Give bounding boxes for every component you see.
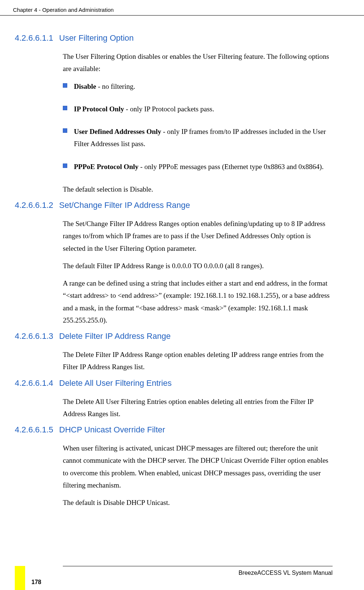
section-title: DHCP Unicast Override Filter xyxy=(59,425,165,435)
section-heading: 4.2.6.6.1.3 Delete Filter IP Address Ran… xyxy=(15,331,333,341)
section-heading: 4.2.6.6.1.4 Delete All User Filtering En… xyxy=(15,378,333,388)
body-paragraph: The default Filter IP Address Range is 0… xyxy=(63,260,333,272)
section-number: 4.2.6.6.1.2 xyxy=(15,200,59,210)
list-item: Disable - no filtering. xyxy=(63,80,333,92)
section-number: 4.2.6.6.1.4 xyxy=(15,378,59,388)
bullet-icon xyxy=(63,83,67,88)
list-item: User Defined Addresses Only - only IP fr… xyxy=(63,125,333,150)
section-title: User Filtering Option xyxy=(59,33,134,43)
page-footer: BreezeACCESS VL System Manual 178 xyxy=(0,566,364,590)
bullet-bold: User Defined Addresses Only xyxy=(74,128,161,135)
bullet-text: Disable - no filtering. xyxy=(74,80,333,92)
list-item: IP Protocol Only - only IP Protocol pack… xyxy=(63,103,333,115)
body-paragraph: When user filtering is activated, unicas… xyxy=(63,442,333,491)
body-paragraph: The Set/Change Filter IP Address Ranges … xyxy=(63,218,333,254)
body-paragraph: The Delete All User Filtering Entries op… xyxy=(63,395,333,420)
section-title: Delete Filter IP Address Range xyxy=(59,331,171,341)
bullet-rest: - only IP Protocol packets pass. xyxy=(124,105,214,113)
chapter-label: Chapter 4 - Operation and Administration xyxy=(13,7,114,13)
section-heading: 4.2.6.6.1.5 DHCP Unicast Override Filter xyxy=(15,425,333,435)
section-number: 4.2.6.6.1.3 xyxy=(15,331,59,341)
body-paragraph: The User Filtering Option disables or en… xyxy=(63,50,333,75)
section-number: 4.2.6.6.1.5 xyxy=(15,425,59,435)
page-header: Chapter 4 - Operation and Administration xyxy=(0,0,364,16)
bullet-icon xyxy=(63,163,67,168)
bullet-bold: IP Protocol Only xyxy=(74,105,124,113)
bullet-icon xyxy=(63,128,67,133)
body-paragraph: The default selection is Disable. xyxy=(63,183,333,195)
section-title: Set/Change Filter IP Address Range xyxy=(59,200,190,210)
bullet-rest: - only PPPoE messages pass (Ethernet typ… xyxy=(139,163,324,171)
list-item: PPPoE Protocol Only - only PPPoE message… xyxy=(63,161,333,173)
body-paragraph: The default is Disable DHCP Unicast. xyxy=(63,496,333,509)
bullet-rest: - no filtering. xyxy=(96,82,135,90)
footer-divider xyxy=(63,566,333,566)
bullet-bold: PPPoE Protocol Only xyxy=(74,163,139,171)
section-heading: 4.2.6.6.1.1 User Filtering Option xyxy=(15,33,333,43)
page-number: 178 xyxy=(31,579,41,586)
bullet-text: PPPoE Protocol Only - only PPPoE message… xyxy=(74,161,333,173)
yellow-marker xyxy=(15,566,25,590)
bullet-text: IP Protocol Only - only IP Protocol pack… xyxy=(74,103,333,115)
body-paragraph: A range can be defined using a string th… xyxy=(63,277,333,326)
body-paragraph: The Delete Filter IP Address Range optio… xyxy=(63,348,333,373)
section-number: 4.2.6.6.1.1 xyxy=(15,33,59,43)
section-heading: 4.2.6.6.1.2 Set/Change Filter IP Address… xyxy=(15,200,333,210)
bullet-icon xyxy=(63,106,67,110)
page-content: 4.2.6.6.1.1 User Filtering Option The Us… xyxy=(0,16,364,509)
bullet-bold: Disable xyxy=(74,82,96,90)
bullet-text: User Defined Addresses Only - only IP fr… xyxy=(74,125,333,150)
footer-manual-title: BreezeACCESS VL System Manual xyxy=(238,570,333,576)
section-title: Delete All User Filtering Entries xyxy=(59,378,171,388)
